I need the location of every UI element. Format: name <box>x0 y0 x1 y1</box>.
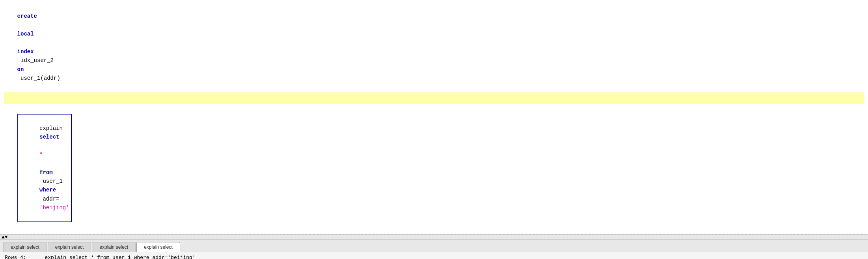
query-tab-2[interactable]: explain select <box>48 242 91 252</box>
query-text-info: explain select * from user_1 where addr=… <box>45 255 195 259</box>
kw-index: index <box>17 49 34 55</box>
kw-value: 'beijing' <box>39 205 69 211</box>
results-panel: explain select explain select explain se… <box>0 239 868 259</box>
kw-star: * <box>39 152 43 158</box>
kw-where: where <box>39 187 56 193</box>
kw-local: local <box>17 31 34 37</box>
kw-create: create <box>17 13 37 19</box>
resize-divider[interactable]: ▲▼ <box>0 235 868 239</box>
editor-area: create local index idx_user_2 on user_1(… <box>0 0 868 235</box>
kw-select: select <box>39 134 59 140</box>
code-line-2: explain select * from user_1 where addr=… <box>4 105 864 231</box>
resize-icon: ▲▼ <box>2 234 8 240</box>
kw-from: from <box>39 169 53 176</box>
query-tabs-bar: explain select explain select explain se… <box>0 240 868 252</box>
code-line-1: create local index idx_user_2 on user_1(… <box>4 3 864 92</box>
row-info-bar: Rows 4: explain select * from user_1 whe… <box>0 252 868 259</box>
rows-label: Rows 4: <box>5 255 26 259</box>
kw-on: on <box>17 66 24 73</box>
yellow-highlight-line <box>4 92 864 104</box>
query-tab-1[interactable]: explain select <box>3 242 47 252</box>
query-tab-3[interactable]: explain select <box>92 242 136 252</box>
query-tab-4[interactable]: explain select <box>136 242 180 252</box>
selected-query: explain select * from user_1 where addr=… <box>17 114 72 222</box>
